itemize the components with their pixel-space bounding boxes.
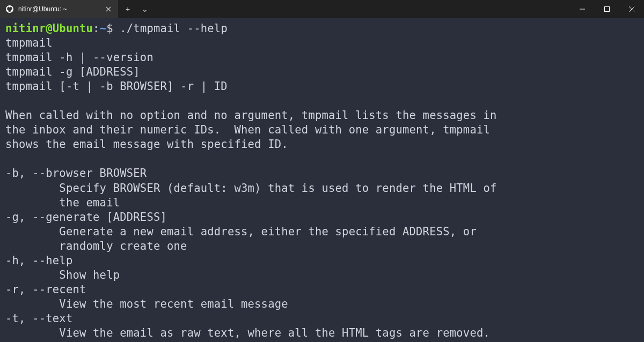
help-line: tmpmail -g [ADDRESS] <box>5 65 140 78</box>
help-line: View the email as raw text, where all th… <box>5 326 490 339</box>
help-line: When called with no option and no argume… <box>5 109 497 122</box>
minimize-button[interactable] <box>570 0 595 18</box>
help-line: Show help <box>5 269 120 281</box>
terminal-output[interactable]: nitinr@Ubuntu:~$ ./tmpmail --help tmpmai… <box>0 18 644 342</box>
help-line: -b, --browser BROWSER <box>5 167 147 180</box>
help-line: Generate a new email address, either the… <box>5 225 477 238</box>
maximize-button[interactable] <box>595 0 619 18</box>
help-line: tmpmail [-t | -b BROWSER] -r | ID <box>5 80 228 93</box>
help-line: -h, --help <box>5 254 72 267</box>
svg-point-3 <box>6 10 8 11</box>
help-line: tmpmail <box>5 36 53 49</box>
window-controls <box>570 0 644 18</box>
help-line: the email <box>5 196 120 209</box>
help-line: shows the email message with specified I… <box>5 138 288 151</box>
help-line: -r, --recent <box>5 283 86 296</box>
tab-active[interactable]: nitinr@Ubuntu: ~ <box>0 0 118 18</box>
help-line: View the most recent email message <box>5 298 288 310</box>
help-line: randomly create one <box>5 240 187 252</box>
help-line: Specify BROWSER (default: w3m) that is u… <box>5 182 497 195</box>
svg-point-4 <box>11 10 13 11</box>
prompt-at: @ <box>46 22 53 35</box>
new-tab-button[interactable]: + <box>122 5 133 13</box>
tab-dropdown-button[interactable]: ⌄ <box>140 5 150 13</box>
prompt-user: nitinr <box>5 22 46 35</box>
help-line: tmpmail -h | --version <box>5 51 153 64</box>
help-line: -g, --generate [ADDRESS] <box>5 211 167 224</box>
svg-rect-5 <box>605 7 610 12</box>
help-line: the inbox and their numeric IDs. When ca… <box>5 123 490 136</box>
tab-title: nitinr@Ubuntu: ~ <box>18 5 100 13</box>
prompt-colon: : <box>93 22 100 35</box>
svg-point-2 <box>9 6 11 8</box>
titlebar: nitinr@Ubuntu: ~ + ⌄ <box>0 0 644 18</box>
prompt-path: ~ <box>100 22 107 35</box>
prompt-command: ./tmpmail --help <box>113 22 228 35</box>
prompt-host: Ubuntu <box>53 22 93 35</box>
titlebar-drag-area[interactable] <box>155 0 570 18</box>
help-line: -t, --text <box>5 312 72 325</box>
ubuntu-icon <box>5 5 14 13</box>
prompt-dollar: $ <box>106 22 113 35</box>
tab-close-button[interactable] <box>104 5 113 13</box>
close-button[interactable] <box>619 0 644 18</box>
tab-actions: + ⌄ <box>118 0 155 18</box>
